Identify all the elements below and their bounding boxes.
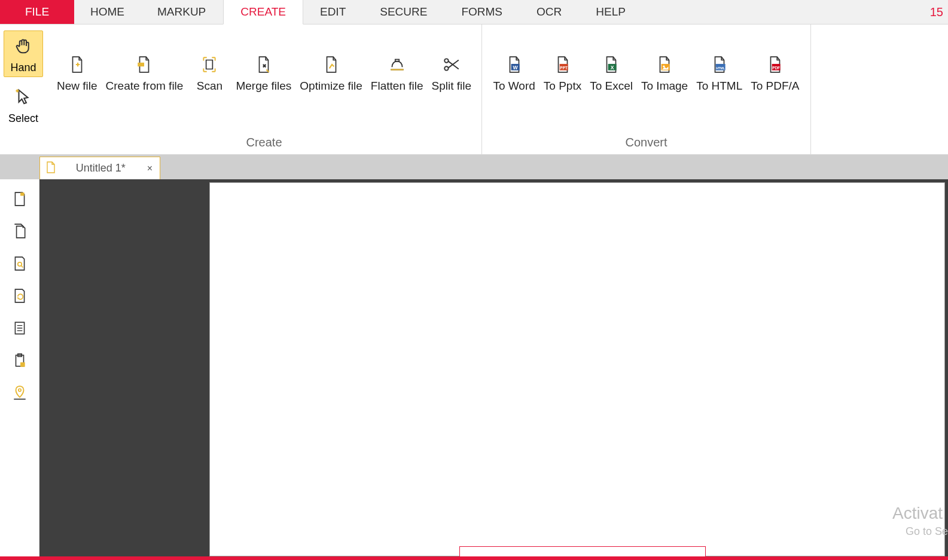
tab-forms-label: FORMS xyxy=(461,5,502,19)
to-pptx-label: To Pptx xyxy=(544,79,581,93)
trial-days-counter: 15 xyxy=(930,0,943,25)
scan-label: Scan xyxy=(197,79,222,93)
ribbon-group-create: New file Create from file Scan Merge fil… xyxy=(47,25,482,154)
tab-home-label: HOME xyxy=(90,5,124,19)
optimize-file-button[interactable]: Optimize file xyxy=(300,56,362,93)
status-tooltip-fragment xyxy=(459,546,706,557)
tab-create-label: CREATE xyxy=(240,5,286,19)
svg-rect-1 xyxy=(395,59,398,61)
svg-text:PDF: PDF xyxy=(772,66,780,70)
search-page-icon xyxy=(13,256,27,274)
to-word-icon: W xyxy=(505,56,523,74)
svg-point-2 xyxy=(444,59,448,62)
ribbon: Hand Select New file Create from file Sc… xyxy=(0,25,948,155)
optimize-file-label: Optimize file xyxy=(300,79,362,93)
trial-days-value: 15 xyxy=(930,5,943,19)
cursor-icon xyxy=(14,88,32,109)
to-html-icon: HTML xyxy=(711,56,728,74)
svg-rect-0 xyxy=(138,63,145,66)
scan-icon xyxy=(200,56,218,74)
select-tool-button[interactable]: Select xyxy=(4,82,43,127)
create-from-file-icon xyxy=(135,56,153,74)
new-file-button[interactable]: New file xyxy=(57,56,97,93)
to-excel-icon: X xyxy=(602,56,620,74)
document-tab[interactable]: Untitled 1* × xyxy=(39,157,160,179)
pages-icon xyxy=(13,224,27,241)
merge-files-label: Merge files xyxy=(236,79,291,93)
thumbnails-panel-button[interactable] xyxy=(11,191,29,209)
clipboard-panel-button[interactable] xyxy=(11,353,29,371)
merge-files-icon xyxy=(255,56,273,74)
tab-file-label: FILE xyxy=(25,5,49,19)
rotate-icon xyxy=(13,288,27,306)
svg-point-3 xyxy=(444,66,448,70)
merge-files-button[interactable]: Merge files xyxy=(236,56,291,93)
convert-group-label: Convert xyxy=(482,136,810,149)
svg-rect-16 xyxy=(20,192,25,195)
ribbon-group-convert: W To Word PPT To Pptx X To Excel To Imag… xyxy=(482,25,811,154)
split-file-label: Split file xyxy=(432,79,472,93)
tab-create[interactable]: CREATE xyxy=(223,0,303,25)
scan-button[interactable]: Scan xyxy=(191,56,227,93)
optimize-file-icon xyxy=(322,56,340,74)
svg-point-22 xyxy=(18,389,20,391)
flatten-file-button[interactable]: Flatten file xyxy=(371,56,423,93)
create-group-items: New file Create from file Scan Merge fil… xyxy=(47,56,481,93)
to-pdfa-label: To PDF/A xyxy=(751,79,799,93)
search-panel-button[interactable] xyxy=(11,256,29,274)
left-tools: Hand Select xyxy=(0,25,47,154)
hand-tool-button[interactable]: Hand xyxy=(4,30,43,77)
convert-group-items: W To Word PPT To Pptx X To Excel To Imag… xyxy=(482,56,810,93)
split-file-button[interactable]: Split file xyxy=(432,56,472,93)
pages-panel-button[interactable] xyxy=(11,224,29,241)
to-html-label: To HTML xyxy=(696,79,742,93)
svg-text:X: X xyxy=(611,65,614,71)
geo-panel-button[interactable] xyxy=(11,385,29,403)
tab-file[interactable]: FILE xyxy=(0,0,75,24)
geo-pin-icon xyxy=(13,385,27,403)
to-excel-button[interactable]: X To Excel xyxy=(590,56,633,93)
tab-markup-label: MARKUP xyxy=(157,5,206,19)
to-pptx-icon: PPT xyxy=(554,56,572,74)
flatten-file-label: Flatten file xyxy=(371,79,423,93)
to-image-icon xyxy=(656,56,673,74)
tab-edit-label: EDIT xyxy=(320,5,346,19)
svg-rect-21 xyxy=(20,362,25,367)
to-image-label: To Image xyxy=(641,79,688,93)
outline-panel-button[interactable] xyxy=(11,320,29,338)
tab-help-label: HELP xyxy=(596,5,626,19)
menubar: FILE HOME MARKUP CREATE EDIT SECURE FORM… xyxy=(0,0,948,25)
tab-ocr-label: OCR xyxy=(537,5,562,19)
to-image-button[interactable]: To Image xyxy=(641,56,688,93)
tab-ocr[interactable]: OCR xyxy=(520,0,579,24)
tab-secure[interactable]: SECURE xyxy=(363,0,444,24)
bottom-accent-bar xyxy=(0,556,948,560)
create-from-file-button[interactable]: Create from file xyxy=(106,56,184,93)
to-pptx-button[interactable]: PPT To Pptx xyxy=(544,56,581,93)
side-panel-toolbar xyxy=(0,179,39,556)
document-area: Activat Go to Se xyxy=(39,179,948,556)
thumbnail-gutter xyxy=(39,179,209,556)
to-pdfa-button[interactable]: PDF To PDF/A xyxy=(751,56,799,93)
document-tabs: Untitled 1* × xyxy=(0,155,948,179)
to-html-button[interactable]: HTML To HTML xyxy=(696,56,742,93)
flatten-file-icon xyxy=(388,56,406,74)
document-tab-title: Untitled 1* xyxy=(62,162,140,175)
svg-text:W: W xyxy=(513,65,518,71)
tab-forms[interactable]: FORMS xyxy=(444,0,520,24)
create-from-file-label: Create from file xyxy=(106,79,184,93)
tab-help[interactable]: HELP xyxy=(579,0,643,24)
tab-secure-label: SECURE xyxy=(380,5,427,19)
to-word-label: To Word xyxy=(493,79,535,93)
svg-text:PPT: PPT xyxy=(560,66,568,70)
tab-markup[interactable]: MARKUP xyxy=(141,0,223,24)
to-word-button[interactable]: W To Word xyxy=(493,56,535,93)
document-page[interactable] xyxy=(209,182,945,556)
tab-edit[interactable]: EDIT xyxy=(303,0,363,24)
document-tab-close[interactable]: × xyxy=(146,163,154,174)
svg-text:HTML: HTML xyxy=(716,66,726,70)
tab-home[interactable]: HOME xyxy=(75,0,141,24)
split-file-icon xyxy=(443,56,461,74)
thumbnails-icon xyxy=(13,191,27,209)
rotate-panel-button[interactable] xyxy=(11,288,29,306)
